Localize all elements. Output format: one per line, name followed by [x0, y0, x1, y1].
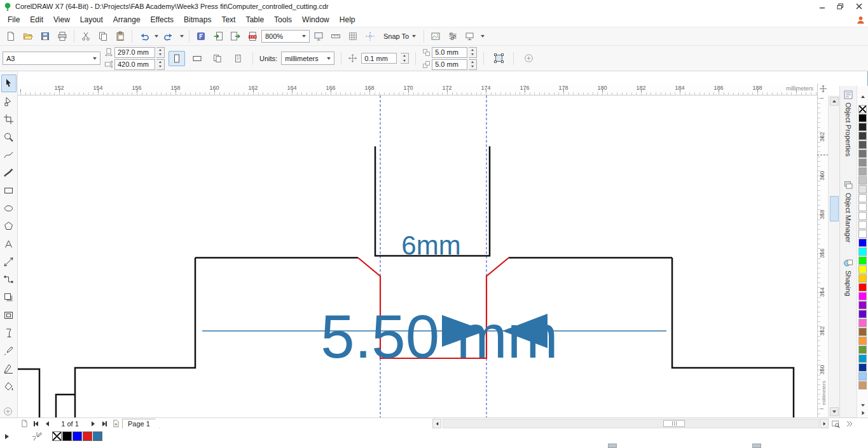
palette-swatch[interactable]: [858, 381, 867, 389]
palette-swatch[interactable]: [858, 185, 867, 193]
open-button[interactable]: [20, 29, 36, 44]
vertical-ruler[interactable]: millimeters 362360358356354352350: [817, 83, 828, 417]
tab-width-label[interactable]: 6mm: [401, 230, 460, 260]
menu-tools[interactable]: Tools: [269, 13, 297, 27]
parallel-dimension-tool[interactable]: [1, 253, 17, 270]
toolbox-customize-button[interactable]: [3, 407, 13, 416]
copy-button[interactable]: [95, 29, 111, 44]
palette-swatch[interactable]: [858, 248, 867, 256]
rectangle-tool[interactable]: [1, 181, 17, 199]
page-height-field[interactable]: 420.0 mm: [114, 59, 155, 70]
palette-swatch[interactable]: [858, 203, 867, 211]
pick-tool[interactable]: [1, 74, 17, 92]
freehand-tool[interactable]: [1, 146, 17, 164]
artistic-media-tool[interactable]: [1, 164, 17, 181]
palette-swatch[interactable]: [858, 310, 867, 318]
scroll-up-button[interactable]: [830, 97, 839, 106]
palette-swatch[interactable]: [858, 319, 867, 327]
spin-down-button[interactable]: [156, 64, 164, 69]
zoom-tool[interactable]: [1, 128, 17, 146]
undo-button[interactable]: [135, 29, 152, 44]
statusbar-swatch[interactable]: [83, 431, 92, 441]
palette-scroll-up-button[interactable]: [860, 94, 866, 100]
docker-tab-object-manager[interactable]: Object Manager: [840, 179, 857, 242]
scroll-left-button[interactable]: [432, 419, 441, 428]
palette-swatch[interactable]: [858, 212, 867, 220]
palette-swatch[interactable]: [858, 176, 867, 185]
redo-button[interactable]: [161, 29, 177, 44]
menu-arrange[interactable]: Arrange: [108, 13, 146, 27]
launcher-dropdown[interactable]: [479, 29, 486, 44]
palette-swatch[interactable]: [858, 150, 867, 158]
palette-swatch[interactable]: [858, 194, 867, 202]
zoom-level-combo[interactable]: 800%: [261, 30, 310, 43]
publish-pdf-button[interactable]: [244, 29, 261, 44]
scroll-right-button[interactable]: [820, 419, 829, 428]
options-button[interactable]: [444, 29, 461, 44]
application-launcher-button[interactable]: [462, 29, 478, 44]
color-eyedropper-tool[interactable]: [1, 342, 17, 360]
palette-swatch[interactable]: [858, 239, 867, 247]
welcome-screen-button[interactable]: [427, 29, 444, 44]
statusbar-expander-icon[interactable]: [5, 434, 9, 439]
spin-down-button[interactable]: [469, 64, 476, 69]
menu-edit[interactable]: Edit: [25, 13, 48, 27]
snap-to-dropdown[interactable]: Snap To: [379, 29, 420, 43]
mating-piece-edge-2[interactable]: [56, 395, 75, 417]
palette-flyout-button[interactable]: [860, 410, 866, 416]
spin-up-button[interactable]: [401, 53, 408, 59]
palette-swatch[interactable]: [858, 158, 867, 167]
fullscreen-preview-button[interactable]: [310, 29, 327, 44]
slat-right-profile[interactable]: [672, 258, 794, 417]
palette-swatch[interactable]: [858, 372, 867, 381]
show-rulers-button[interactable]: [327, 29, 344, 44]
duplicate-distance-x-field[interactable]: 5.0 mm: [432, 47, 467, 58]
redo-dropdown[interactable]: [178, 29, 186, 44]
page-width-field[interactable]: 297.0 mm: [114, 47, 155, 58]
minimize-button[interactable]: [813, 0, 831, 12]
spin-up-button[interactable]: [469, 60, 476, 65]
export-button[interactable]: [227, 29, 244, 44]
spin-up-button[interactable]: [156, 48, 164, 53]
search-content-button[interactable]: [193, 29, 209, 44]
horizontal-ruler[interactable]: millimeters 1521541561581601621641661681…: [18, 83, 817, 95]
docker-tab-shaping[interactable]: Shaping: [840, 256, 857, 296]
menu-file[interactable]: File: [3, 13, 25, 27]
menu-help[interactable]: Help: [334, 13, 361, 27]
close-button[interactable]: [850, 0, 868, 12]
transparency-tool[interactable]: [1, 324, 17, 342]
slat-left-profile[interactable]: [75, 258, 195, 417]
palette-swatch[interactable]: [858, 167, 867, 176]
landscape-button[interactable]: [189, 51, 205, 66]
last-page-button[interactable]: [99, 419, 109, 428]
add-page-button[interactable]: [111, 419, 121, 428]
menu-table[interactable]: Table: [240, 13, 269, 27]
palette-swatch[interactable]: [858, 328, 867, 336]
paste-button[interactable]: [112, 29, 128, 44]
current-page-button[interactable]: [230, 51, 246, 66]
vertical-scrollbar-thumb[interactable]: [830, 196, 839, 221]
units-combo[interactable]: millimeters: [281, 52, 334, 65]
mating-piece-edge-1[interactable]: [18, 369, 39, 417]
spin-down-button[interactable]: [156, 52, 164, 57]
statusbar-swatch[interactable]: [72, 431, 82, 441]
menu-text[interactable]: Text: [216, 13, 240, 27]
ellipse-tool[interactable]: [1, 199, 17, 217]
cut-button[interactable]: [78, 29, 94, 44]
straight-line-connector-tool[interactable]: [1, 270, 17, 288]
portrait-button[interactable]: [169, 51, 185, 66]
statusbar-swatch[interactable]: [93, 431, 102, 441]
spin-up-button[interactable]: [156, 60, 164, 65]
horizontal-scrollbar[interactable]: [432, 419, 829, 429]
page-sorter-button[interactable]: [19, 419, 29, 428]
show-guidelines-button[interactable]: [362, 29, 378, 44]
toolbar-overflow-button[interactable]: [844, 419, 855, 428]
palette-swatch[interactable]: [858, 363, 867, 372]
horizontal-scrollbar-thumb[interactable]: [663, 420, 685, 427]
statusbar-swatch[interactable]: [52, 431, 62, 441]
palette-swatch[interactable]: [858, 346, 867, 354]
new-document-button[interactable]: [3, 29, 19, 44]
palette-swatch[interactable]: [858, 230, 867, 238]
previous-page-button[interactable]: [42, 419, 52, 428]
drop-shadow-tool[interactable]: [1, 288, 17, 306]
